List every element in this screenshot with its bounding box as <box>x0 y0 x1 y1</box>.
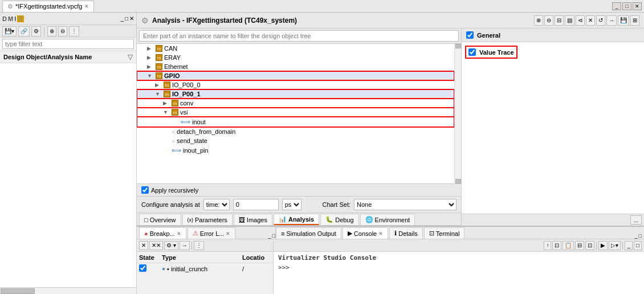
type-cell: ● • initial_crunch <box>162 266 242 272</box>
maximize-bottom-right-btn[interactable]: □ <box>639 233 642 239</box>
console-btn3[interactable]: 📋 <box>563 241 574 250</box>
breakpoint-settings-btn[interactable]: ⚙ ▾ <box>164 241 178 250</box>
tab-error-log[interactable]: ⚠ Error L... ✕ <box>188 227 236 239</box>
breakpoints-row[interactable]: ● • initial_crunch / <box>137 263 273 275</box>
error-log-close[interactable]: ✕ <box>226 231 230 236</box>
search-input[interactable] <box>139 30 459 42</box>
console-more-btn[interactable]: _ <box>625 241 633 250</box>
expand-iop001-icon: ▼ <box>155 91 162 97</box>
table-btn[interactable]: ▤ <box>565 15 574 26</box>
circle-icon-detach: ○ <box>172 129 175 135</box>
tab-breakpoints[interactable]: ● Breakp... ✕ <box>139 227 186 239</box>
tree-item-conv[interactable]: ▶ m conv <box>137 99 454 108</box>
configure-unit-select[interactable]: ps <box>282 199 301 210</box>
tree-item-ethernet[interactable]: ▶ m Ethernet <box>137 62 454 71</box>
grid-btn[interactable]: ⊞ <box>630 15 639 26</box>
minimize-bottom-left-btn[interactable]: _ <box>268 233 271 239</box>
tree-label-gpio: GPIO <box>164 72 180 79</box>
expand-btn[interactable]: ⊕ <box>534 15 543 26</box>
tab-debug[interactable]: 🐛 Debug <box>320 214 358 225</box>
filter-btn[interactable]: ⊟ <box>555 15 564 26</box>
expand-all-btn[interactable]: ⊕ <box>47 26 56 36</box>
tree-item-gpio[interactable]: ▼ m GPIO <box>137 71 454 80</box>
more-options-general-btn[interactable]: ... <box>630 215 642 224</box>
breakpoint-type-text: • initial_crunch <box>167 266 207 272</box>
back-btn[interactable]: ⊲ <box>576 15 585 26</box>
tab-details[interactable]: ℹ Details <box>389 227 423 239</box>
maximize-bottom-left-btn[interactable]: □ <box>272 233 275 239</box>
tree-item-can[interactable]: ▶ m CAN <box>137 44 454 53</box>
tree-item-iop000[interactable]: ▶ m IO_P00_0 <box>137 80 454 89</box>
file-tab[interactable]: ⚙ *IFXgettingstarted.vpcfg ✕ <box>2 1 94 12</box>
tab-parameters[interactable]: (x) Parameters <box>182 214 233 225</box>
link-toolbar-btn[interactable]: 🔗 <box>18 26 30 36</box>
configure-at-select[interactable]: time: <box>203 199 230 210</box>
general-checkbox[interactable] <box>466 31 474 39</box>
tree-item-inout[interactable]: ⟺ inout <box>137 117 454 127</box>
minimize-bottom-right-btn[interactable]: _ <box>635 233 638 239</box>
breakpoints-close[interactable]: ✕ <box>177 231 181 236</box>
console-btn2[interactable]: ⊡ <box>552 241 561 250</box>
bottom-tab-bar: ● Breakp... ✕ ⚠ Error L... ✕ _ □ <box>137 227 644 239</box>
collapse-btn[interactable]: ⊖ <box>544 15 553 26</box>
tree-item-detach[interactable]: ○ detach_from_domain <box>137 127 454 136</box>
module-icon-iop000: m <box>164 81 170 88</box>
close-btn[interactable]: ✕ <box>633 2 642 10</box>
console-btn5[interactable]: ⊡ <box>585 241 594 250</box>
tree-scrollbar[interactable] <box>454 44 461 183</box>
more-options-btn[interactable]: ⋮ <box>69 26 79 36</box>
connect-btn[interactable]: → <box>180 241 190 250</box>
analysis-tabs-bar: □ Overview (x) Parameters 🖼 Images 📊 Ana… <box>137 213 461 226</box>
console-btn4[interactable]: ⊟ <box>575 241 584 250</box>
save-toolbar-btn[interactable]: 💾▾ <box>2 26 17 36</box>
delete-btn[interactable]: ✕ <box>586 15 595 26</box>
tree-item-vsi[interactable]: ▼ m vsi <box>137 108 454 117</box>
close-icon-left[interactable]: _ □ ✕ <box>120 15 134 22</box>
tab-close-icon[interactable]: ✕ <box>84 3 89 9</box>
apply-recursively-label[interactable]: Apply recursively <box>141 186 198 194</box>
tree-item-iop001[interactable]: ▼ m IO_P00_1 <box>137 89 454 99</box>
state-cell <box>139 264 162 273</box>
minimize-btn[interactable]: _ <box>612 2 621 10</box>
left-scroll-h[interactable] <box>0 287 136 294</box>
forward-btn[interactable]: → <box>606 15 617 26</box>
value-trace-checkbox[interactable] <box>468 48 476 56</box>
tree-label-vsi: vsi <box>180 109 188 116</box>
console-close[interactable]: ✕ <box>378 231 383 236</box>
console-run-btn[interactable]: ▶ <box>598 241 608 250</box>
filter-icon[interactable]: ▽ <box>128 53 133 61</box>
tree-item-inoutpin[interactable]: ⟺ inout_pin <box>137 145 454 156</box>
debug-label: Debug <box>335 217 353 223</box>
tab-terminal[interactable]: ⊡ Terminal <box>424 227 465 239</box>
refresh-btn[interactable]: ↺ <box>596 15 605 26</box>
terminal-icon: ⊡ <box>429 230 434 237</box>
tab-analysis[interactable]: 📊 Analysis <box>274 214 319 225</box>
tab-overview[interactable]: □ Overview <box>139 214 181 225</box>
chart-set-select[interactable]: None <box>354 199 456 210</box>
tree-scroll-area[interactable]: ▶ m CAN ▶ m ERAY ▶ m <box>137 44 454 183</box>
environment-icon: 🌐 <box>365 216 373 223</box>
apply-recursively-checkbox[interactable] <box>141 186 149 194</box>
console-clear-btn[interactable]: ▷▾ <box>609 241 621 250</box>
tree-item-eray[interactable]: ▶ m ERAY <box>137 53 454 62</box>
tree-item-sendstate[interactable]: ○ send_state <box>137 136 454 145</box>
error-log-label: Error L... <box>200 230 225 237</box>
delete-all-breakpoints-btn[interactable]: ✕✕ <box>149 241 163 250</box>
save-btn[interactable]: 💾 <box>618 15 629 26</box>
configure-value-input[interactable] <box>233 199 279 210</box>
breakpoint-checkbox[interactable] <box>139 264 146 272</box>
breakpoints-icon: ● <box>144 230 148 237</box>
collapse-all-btn[interactable]: ⊖ <box>58 26 67 36</box>
tab-images[interactable]: 🖼 Images <box>234 214 272 225</box>
console-btn1[interactable]: ↑ <box>544 241 551 250</box>
console-max-btn[interactable]: □ <box>634 241 642 250</box>
maximize-btn[interactable]: □ <box>622 2 631 10</box>
tab-environment[interactable]: 🌐 Environment <box>360 214 415 225</box>
tab-sim-output[interactable]: ≡ Simulation Output <box>276 227 341 239</box>
filter-input[interactable] <box>2 39 134 49</box>
more-btn2[interactable]: ⋮ <box>194 241 204 250</box>
delete-breakpoint-btn[interactable]: ✕ <box>139 241 148 250</box>
general-panel: General Value Trace ... <box>462 28 644 226</box>
tab-console[interactable]: ▶ Console ✕ <box>343 227 388 239</box>
settings-toolbar-btn[interactable]: ⚙ <box>31 26 41 36</box>
